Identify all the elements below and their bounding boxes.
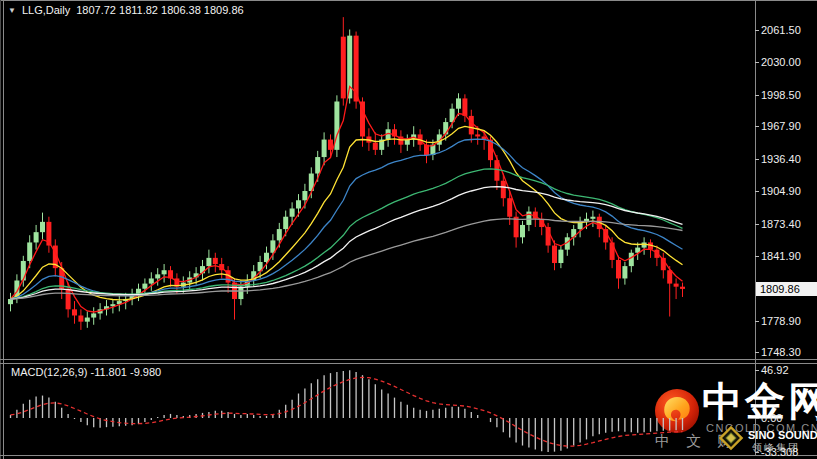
macd-scale-label: 46.92 (761, 364, 789, 376)
axis-tick (755, 95, 759, 96)
ma-yellow (11, 126, 683, 299)
axis-tick (755, 352, 759, 353)
macd-indicator-label: MACD(12,26,9) -11.801 -9.980 (11, 366, 161, 378)
price-tick-label: 1873.40 (761, 218, 801, 230)
price-tick-label: 1841.90 (761, 250, 801, 262)
axis-tick (755, 452, 759, 453)
price-tick-label: 1904.90 (761, 185, 801, 197)
symbol-period-label: LLG,Daily (22, 4, 70, 16)
ma-blue (11, 139, 683, 299)
ma-white (11, 187, 683, 299)
price-tick-label: 1748.30 (761, 346, 801, 358)
price-tick-label: 1998.50 (761, 89, 801, 101)
macd-scale-label: -33.308 (761, 446, 798, 458)
price-chart-canvas[interactable] (0, 0, 817, 459)
axis-tick (755, 321, 759, 322)
axis-tick (755, 191, 759, 192)
ma-fast-red (11, 87, 683, 313)
price-tick-label: 2030.00 (761, 56, 801, 68)
macd-scale-label: 0.00 (761, 412, 782, 424)
axis-tick (755, 256, 759, 257)
axis-tick (755, 30, 759, 31)
macd-signal-line (11, 377, 683, 446)
axis-tick (755, 62, 759, 63)
axis-tick (755, 224, 759, 225)
ohlc-values-label: 1807.72 1811.82 1806.38 1809.86 (76, 4, 243, 16)
price-tick-label: 1936.40 (761, 153, 801, 165)
collapse-triangle-icon[interactable]: ▼ (8, 5, 16, 16)
trading-chart-window: 中金网 CNGOLD.COM.CN 中 文 财 SINO SOUND 领峰集团 … (0, 0, 817, 459)
price-tick-label: 2061.50 (761, 24, 801, 36)
axis-tick (755, 418, 759, 419)
price-tick-label: 1967.90 (761, 120, 801, 132)
axis-tick (755, 159, 759, 160)
ma-green (11, 169, 683, 299)
chart-header: ▼ LLG,Daily 1807.72 1811.82 1806.38 1809… (8, 4, 244, 16)
axis-tick (755, 126, 759, 127)
current-price-badge: 1809.86 (756, 282, 817, 296)
price-tick-label: 1778.90 (761, 315, 801, 327)
axis-tick (755, 370, 759, 371)
